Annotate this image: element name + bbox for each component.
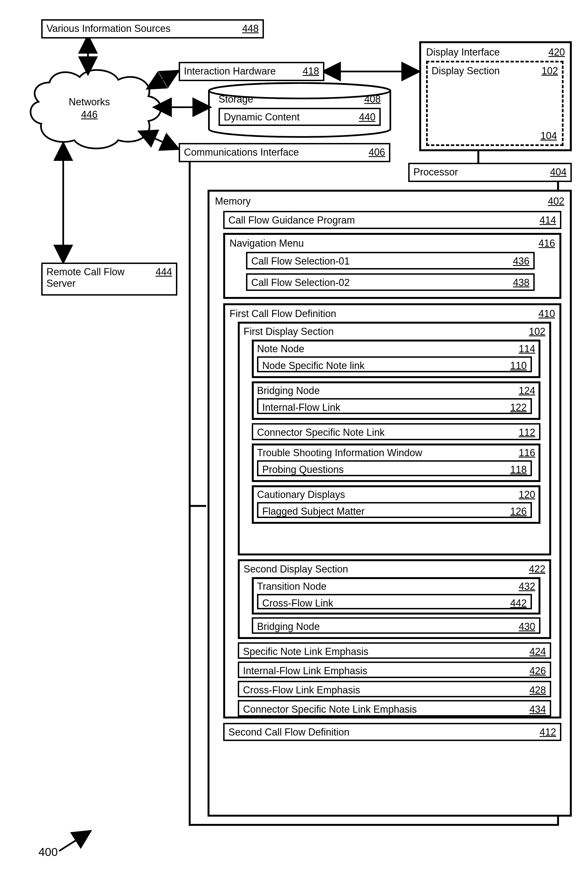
second-cfd-box: Second Call Flow Definition412 [223, 723, 561, 741]
crossflow-box: Cross-Flow Link442 [257, 594, 532, 609]
emph-internal-box: Internal-Flow Link Emphasis426 [238, 662, 551, 678]
figure-number: 400 [39, 846, 58, 859]
cfs2-box: Call Flow Selection-02438 [246, 273, 535, 291]
info-sources-box: Various Information Sources 448 [41, 19, 264, 39]
node-link-box: Node Specific Note link110 [257, 356, 532, 372]
svg-line-15 [59, 832, 89, 851]
nav-menu-box: Navigation Menu416 Call Flow Selection-0… [223, 233, 561, 299]
memory-box: Memory 402 Call Flow Guidance Program414… [207, 190, 572, 817]
bridging2-box: Bridging Node430 [252, 617, 540, 634]
info-sources-label: Various Information Sources [46, 23, 237, 34]
remote-server-box: Remote Call Flow Server 444 [41, 262, 177, 296]
emph-conn-box: Connector Specific Note Link Emphasis434 [238, 700, 551, 717]
probing-box: Probing Questions118 [257, 460, 532, 476]
diagram-canvas: Various Information Sources 448 Networks… [11, 11, 577, 862]
internal-link-box: Internal-Flow Link122 [257, 398, 532, 414]
flagged-box: Flagged Subject Matter126 [257, 502, 532, 518]
display-pointer-ref: 104 [540, 130, 557, 142]
bridging-box: Bridging Node124 Internal-Flow Link122 [252, 381, 540, 420]
comm-iface-box: Communications Interface 406 [178, 143, 390, 162]
cfgp-box: Call Flow Guidance Program414 [223, 211, 561, 229]
second-ds-box: Second Display Section422 Transition Nod… [238, 559, 551, 639]
cfs1-box: Call Flow Selection-01436 [246, 252, 535, 270]
note-node-box: Note Node114 Node Specific Note link110 [252, 340, 540, 378]
first-ds-box: First Display Section102 Note Node114 No… [238, 322, 551, 555]
storage-row: Storage 408 [219, 93, 381, 105]
first-cfd-box: First Call Flow Definition410 First Disp… [223, 303, 561, 718]
emph-cross-box: Cross-Flow Link Emphasis428 [238, 681, 551, 697]
display-section-dashed: Display Section 102 104 [426, 61, 564, 146]
trans-node-box: Transition Node432 Cross-Flow Link442 [252, 577, 540, 615]
dynamic-content-box: Dynamic Content 440 [219, 108, 381, 126]
emph-specific-box: Specific Note Link Emphasis424 [238, 642, 551, 659]
display-iface-box: Display Interface 420 Display Section 10… [419, 41, 572, 151]
info-sources-ref: 448 [242, 23, 259, 34]
tsw-box: Trouble Shooting Information Window116 P… [252, 444, 540, 482]
interaction-hw-box: Interaction Hardware 418 [178, 62, 324, 81]
networks-label: Networks 446 [69, 96, 110, 120]
processor-box: Processor 404 [408, 163, 572, 182]
caution-box: Cautionary Displays120 Flagged Subject M… [252, 485, 540, 524]
svg-line-3 [148, 72, 177, 88]
svg-line-5 [140, 132, 177, 148]
conn-link-box: Connector Specific Note Link112 [252, 423, 540, 440]
